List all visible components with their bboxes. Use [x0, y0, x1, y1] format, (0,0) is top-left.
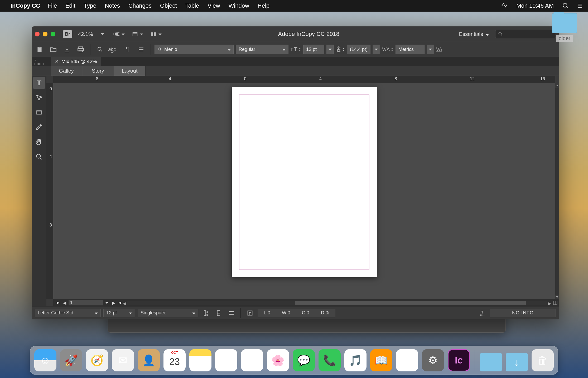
- leading-field[interactable]: (14.4 pt): [347, 45, 370, 54]
- horizontal-scrollbar[interactable]: ◀ ▶: [127, 301, 547, 305]
- scroll-left-icon[interactable]: ◀: [123, 301, 126, 306]
- leading-dropdown[interactable]: [373, 45, 380, 54]
- type-tool[interactable]: T: [33, 77, 45, 89]
- dock-trash[interactable]: 🗑: [532, 349, 554, 371]
- dock-photos[interactable]: 🌸: [267, 349, 289, 371]
- menu-window[interactable]: Window: [229, 2, 249, 9]
- status-spacing-combo[interactable]: Singlespace: [138, 309, 198, 317]
- view-tab-galley[interactable]: Galley: [51, 66, 82, 76]
- column-single-icon[interactable]: 12: [201, 308, 211, 318]
- scroll-down-icon[interactable]: ▼: [555, 295, 559, 299]
- dock-itunes[interactable]: 🎵: [344, 349, 367, 371]
- page-dropdown-button[interactable]: [104, 300, 110, 305]
- dock-mail[interactable]: ✉: [112, 349, 134, 371]
- menu-object[interactable]: Object: [160, 2, 177, 9]
- column-accurate-icon[interactable]: [214, 308, 224, 318]
- last-page-button[interactable]: ⏭: [118, 300, 123, 305]
- font-style-combo[interactable]: Regular: [236, 45, 288, 54]
- first-page-button[interactable]: ⏮: [55, 300, 61, 305]
- view-option-1[interactable]: [113, 31, 125, 37]
- expand-panels-icon[interactable]: »ıııııııı: [34, 58, 44, 66]
- stats-toggle-icon[interactable]: T: [245, 308, 255, 318]
- hand-tool[interactable]: [33, 136, 45, 148]
- next-page-button[interactable]: ▶: [111, 300, 117, 305]
- zoom-value[interactable]: 42.1%: [78, 31, 93, 37]
- view-option-3[interactable]: [150, 31, 162, 37]
- menu-icon[interactable]: [135, 44, 147, 55]
- dock-finder[interactable]: ☺: [34, 349, 56, 371]
- dock-incopy[interactable]: Ic: [448, 349, 470, 371]
- kerning-field[interactable]: Metrics: [396, 45, 425, 54]
- paragraph-icon[interactable]: ¶: [122, 44, 133, 55]
- menu-table[interactable]: Table: [185, 2, 199, 9]
- horizontal-ruler[interactable]: 840481216: [53, 76, 555, 83]
- menu-edit[interactable]: Edit: [65, 2, 75, 9]
- view-tab-story[interactable]: Story: [82, 66, 114, 76]
- document-page[interactable]: [232, 87, 377, 277]
- view-option-2[interactable]: [132, 31, 143, 37]
- menubar-list-icon[interactable]: [576, 2, 583, 9]
- menu-view[interactable]: View: [208, 2, 220, 9]
- print-icon[interactable]: [75, 44, 86, 55]
- open-icon[interactable]: [47, 44, 59, 55]
- menu-changes[interactable]: Changes: [128, 2, 152, 9]
- zoom-tool[interactable]: [33, 151, 45, 163]
- align-icon[interactable]: [226, 308, 236, 318]
- search-input[interactable]: [495, 30, 556, 38]
- canvas[interactable]: [53, 83, 555, 299]
- note-tool[interactable]: [33, 92, 45, 103]
- kerning-dropdown[interactable]: [427, 45, 434, 54]
- save-icon[interactable]: [61, 44, 73, 55]
- window-close-button[interactable]: [35, 32, 40, 36]
- menubar-clock[interactable]: Mon 10:46 AM: [516, 2, 554, 9]
- desktop-folder[interactable]: older: [547, 13, 582, 42]
- dock-ibooks[interactable]: 📖: [370, 349, 392, 371]
- vertical-ruler[interactable]: 048: [46, 83, 53, 299]
- close-tab-icon[interactable]: ✕: [55, 59, 59, 64]
- dock-facetime[interactable]: 📞: [319, 349, 341, 371]
- status-font-combo[interactable]: Letter Gothic Std: [35, 309, 101, 317]
- menu-notes[interactable]: Notes: [105, 2, 120, 9]
- vertical-scrollbar[interactable]: ▲ ▼: [555, 83, 559, 299]
- zoom-dropdown-icon[interactable]: [99, 30, 106, 38]
- workspace-switcher[interactable]: Essentials: [456, 30, 492, 39]
- assignment-icon[interactable]: [34, 44, 45, 55]
- menu-help[interactable]: Help: [258, 2, 269, 9]
- app-name[interactable]: InCopy CC: [11, 2, 40, 9]
- prev-page-button[interactable]: ◀: [62, 300, 68, 305]
- dock-maps[interactable]: 🗺: [241, 349, 263, 371]
- info-panel[interactable]: NO INFO: [490, 309, 556, 317]
- dock-appstore[interactable]: Ⓐ: [396, 349, 418, 371]
- menu-type[interactable]: Type: [84, 2, 97, 9]
- spotlight-icon[interactable]: [562, 2, 569, 9]
- find-icon[interactable]: [94, 44, 106, 55]
- page-number-input[interactable]: [69, 300, 103, 305]
- dock-safari[interactable]: 🧭: [86, 349, 108, 371]
- eyedropper-tool[interactable]: [33, 121, 45, 133]
- status-size-combo[interactable]: 12 pt: [103, 309, 135, 317]
- dock-reminders[interactable]: ☰: [215, 349, 237, 371]
- dock-settings[interactable]: ⚙: [422, 349, 444, 371]
- document-tab[interactable]: ✕ Mix 545 @ 42%: [51, 57, 101, 66]
- dock-contacts[interactable]: 👤: [138, 349, 160, 371]
- window-minimize-button[interactable]: [43, 32, 47, 36]
- spellcheck-icon[interactable]: abc: [108, 44, 119, 55]
- scroll-right-icon[interactable]: ▶: [548, 301, 551, 306]
- dock-calendar[interactable]: OCT23: [163, 349, 186, 371]
- font-size-dropdown[interactable]: [326, 45, 334, 54]
- dock-messages[interactable]: 💬: [293, 349, 315, 371]
- window-maximize-button[interactable]: [51, 32, 55, 36]
- font-size-field[interactable]: 12 pt: [303, 45, 324, 54]
- view-tab-layout[interactable]: Layout: [114, 66, 146, 76]
- position-tool[interactable]: [33, 107, 45, 118]
- font-family-combo[interactable]: Menlo: [155, 45, 234, 54]
- dock-launchpad[interactable]: 🚀: [60, 349, 82, 371]
- bridge-badge[interactable]: Br: [63, 30, 72, 38]
- dock-folder-downloads[interactable]: ↓: [506, 353, 528, 371]
- split-view-icons[interactable]: [553, 301, 557, 305]
- menubar-status-icon[interactable]: [501, 2, 508, 9]
- dock-notes[interactable]: [189, 349, 211, 371]
- scroll-up-icon[interactable]: ▲: [555, 83, 559, 88]
- measure-icon[interactable]: T: [477, 308, 487, 318]
- menu-file[interactable]: File: [47, 2, 57, 9]
